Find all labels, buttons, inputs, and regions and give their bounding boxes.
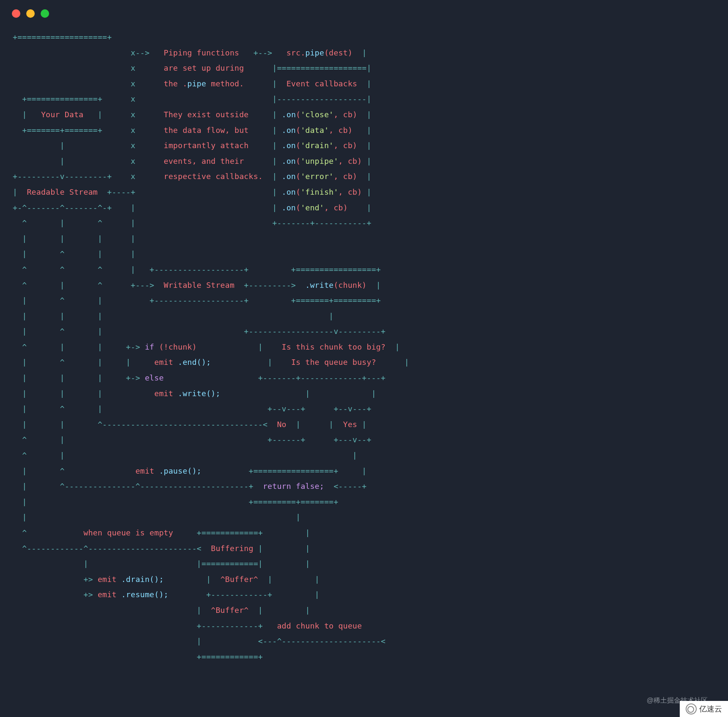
window-titlebar <box>0 0 728 21</box>
text-dest: dest <box>329 48 348 57</box>
kw-if: if <box>145 342 154 351</box>
text-piping-l6: importantly attach <box>164 141 249 150</box>
text-piping-l4: They exist outside <box>164 110 249 119</box>
text-readable-stream: Readable Stream <box>27 188 97 196</box>
text-yes: Yes <box>343 420 357 429</box>
text-piping-l7: events, and their <box>164 157 244 165</box>
watermark-text: 亿速云 <box>699 704 722 714</box>
minimize-icon[interactable] <box>26 9 35 18</box>
watermark: 亿速云 <box>680 701 728 717</box>
text-piping-l2: are set up during <box>164 63 244 72</box>
text-pipe: pipe <box>305 48 324 57</box>
text-write-fn: .write <box>305 281 334 290</box>
kw-return: return <box>263 482 291 491</box>
maximize-icon[interactable] <box>41 9 49 18</box>
close-icon[interactable] <box>12 9 20 18</box>
watermark-logo-icon <box>686 703 697 714</box>
text-piping-l5: the data flow, but <box>164 126 249 135</box>
terminal-window: +===================+ x--> Piping functi… <box>0 0 728 717</box>
text-add-chunk: add chunk to queue <box>277 621 362 630</box>
text-event-callbacks: Event callbacks <box>287 79 357 88</box>
text-chunk-big: Is this chunk too big? <box>282 342 386 351</box>
text-writable-stream: Writable Stream <box>164 281 234 290</box>
kw-emit: emit <box>154 358 174 367</box>
text-no: No <box>277 420 286 429</box>
text-write-arg: chunk <box>338 281 362 290</box>
text-buffering: Buffering <box>211 544 253 553</box>
text-your-data: Your Data <box>41 110 83 119</box>
text-buffer1: ^Buffer^ <box>221 575 258 584</box>
text-buffer2: ^Buffer^ <box>211 606 248 615</box>
text-queue-busy: Is the queue busy? <box>291 358 376 367</box>
kw-else: else <box>145 373 164 382</box>
text-src: src. <box>287 48 306 57</box>
text-piping-l8: respective callbacks. <box>164 172 263 181</box>
ascii-diagram: +===================+ x--> Piping functi… <box>0 21 728 673</box>
text-queue-empty: when queue is empty <box>83 528 173 537</box>
text-piping-l1: Piping functions <box>164 48 239 57</box>
